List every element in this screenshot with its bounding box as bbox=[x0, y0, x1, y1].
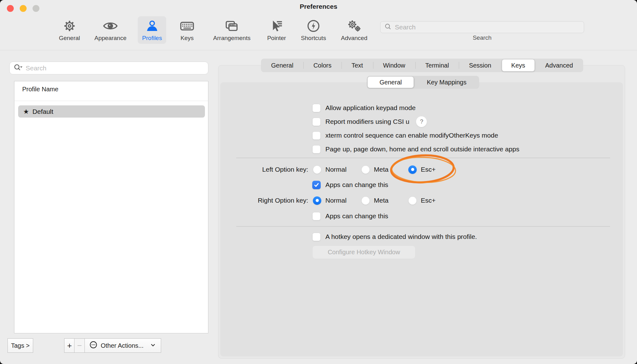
radio-option[interactable]: Esc+ bbox=[408, 165, 436, 174]
checkbox[interactable] bbox=[312, 118, 321, 126]
radio-button[interactable] bbox=[361, 196, 370, 205]
checkbox-row: Page up, page down, home and end scroll … bbox=[312, 145, 519, 154]
radio-label: Esc+ bbox=[421, 166, 436, 173]
configure-hotkey-window-button: Configure Hotkey Window bbox=[312, 245, 415, 259]
toolbar-search-label: Search bbox=[380, 34, 584, 41]
left-option-radio-group: Normal Meta Esc+ bbox=[313, 165, 488, 174]
windows-icon bbox=[224, 19, 239, 33]
profile-tab[interactable]: Terminal bbox=[415, 59, 459, 72]
radio-option[interactable]: Meta bbox=[361, 165, 389, 174]
other-actions-label: Other Actions... bbox=[101, 342, 144, 349]
checkbox[interactable] bbox=[312, 104, 321, 112]
toolbar-label: Profiles bbox=[142, 35, 162, 42]
profile-row-default[interactable]: ★ Default bbox=[18, 105, 205, 118]
left-apps-can-change-row: Apps can change this bbox=[312, 180, 388, 189]
toolbar-label: Shortcuts bbox=[301, 35, 326, 42]
gears-icon bbox=[346, 19, 362, 33]
cursor-icon bbox=[269, 19, 284, 33]
gear-icon bbox=[62, 19, 77, 33]
toolbar-item-advanced[interactable]: Advanced bbox=[337, 16, 372, 44]
radio-option[interactable]: Normal bbox=[313, 196, 347, 205]
radio-option[interactable]: Esc+ bbox=[408, 196, 436, 205]
profile-tab[interactable]: Session bbox=[459, 59, 501, 72]
checkbox-label: Report modifiers using CSI u bbox=[325, 118, 409, 125]
search-icon bbox=[384, 23, 392, 32]
checkbox-label: xterm control sequence can enable modify… bbox=[325, 132, 498, 139]
profile-tab[interactable]: Keys bbox=[502, 59, 534, 71]
checkbox-label: Allow application keypad mode bbox=[325, 104, 415, 112]
divider bbox=[236, 158, 610, 158]
right-option-key-label: Right Option key: bbox=[200, 196, 308, 205]
keys-subtabs: General Key Mappings bbox=[367, 76, 479, 88]
radio-button[interactable] bbox=[408, 165, 417, 174]
toolbar-search-field[interactable]: Search bbox=[380, 21, 584, 33]
radio-label: Meta bbox=[374, 166, 389, 173]
checkbox[interactable] bbox=[312, 212, 321, 220]
keyboard-icon bbox=[179, 19, 195, 33]
radio-option[interactable]: Normal bbox=[313, 165, 347, 174]
profile-tab[interactable]: Advanced bbox=[535, 59, 583, 72]
window-title: Preferences bbox=[0, 2, 637, 11]
toolbar-label: Pointer bbox=[267, 35, 286, 42]
profile-tab[interactable]: Colors bbox=[303, 59, 342, 72]
profile-list-header: Profile Name bbox=[22, 86, 59, 93]
radio-option[interactable]: Meta bbox=[361, 196, 389, 205]
add-profile-button[interactable]: + bbox=[64, 338, 75, 353]
toolbar-item-shortcuts[interactable]: Shortcuts bbox=[297, 16, 330, 44]
divider bbox=[236, 226, 610, 227]
remove-profile-button[interactable]: − bbox=[74, 338, 85, 353]
toolbar-item-keys[interactable]: Keys bbox=[175, 16, 199, 44]
chevron-down-icon bbox=[150, 341, 156, 350]
toolbar-divider bbox=[0, 50, 637, 50]
toolbar-label: General bbox=[59, 35, 80, 42]
left-option-key-label: Left Option key: bbox=[200, 165, 308, 174]
profile-tabs: General Colors Text Window Terminal Sess… bbox=[261, 59, 583, 72]
radio-button[interactable] bbox=[361, 165, 370, 174]
toolbar-label: Arrangements bbox=[213, 35, 250, 42]
checkbox-label: Apps can change this bbox=[325, 181, 388, 189]
toolbar-label: Advanced bbox=[341, 35, 368, 42]
checkbox[interactable] bbox=[312, 181, 321, 189]
keys-subtab[interactable]: Key Mappings bbox=[414, 76, 479, 88]
checkbox-label: Page up, page down, home and end scroll … bbox=[325, 145, 519, 153]
ellipsis-circle-icon bbox=[89, 341, 98, 351]
help-button[interactable]: ? bbox=[416, 116, 427, 127]
radio-button[interactable] bbox=[313, 165, 321, 174]
toolbar-item-pointer[interactable]: Pointer bbox=[263, 16, 290, 44]
checkbox-row: Allow application keypad mode bbox=[312, 104, 519, 112]
radio-label: Esc+ bbox=[421, 197, 436, 204]
toolbar-item-profiles[interactable]: Profiles bbox=[138, 16, 166, 44]
hotkey-row: A hotkey opens a dedicated window with t… bbox=[312, 232, 477, 241]
radio-button[interactable] bbox=[408, 196, 417, 205]
tags-button[interactable]: Tags > bbox=[8, 338, 33, 353]
toolbar-item-appearance[interactable]: Appearance bbox=[90, 16, 131, 44]
eye-icon bbox=[103, 19, 118, 33]
keys-subtab[interactable]: General bbox=[368, 77, 414, 88]
screen: Preferences General Appearance bbox=[0, 0, 637, 364]
profile-tab[interactable]: Text bbox=[341, 59, 373, 72]
radio-label: Normal bbox=[325, 197, 347, 204]
checkbox[interactable] bbox=[312, 145, 321, 154]
toolbar-item-arrangements[interactable]: Arrangements bbox=[209, 16, 255, 44]
radio-button[interactable] bbox=[313, 196, 321, 205]
radio-label: Meta bbox=[374, 197, 389, 204]
profile-tab[interactable]: General bbox=[261, 59, 303, 72]
profile-tab[interactable]: Window bbox=[373, 59, 415, 72]
checkbox[interactable] bbox=[312, 131, 321, 140]
toolbar-search-placeholder: Search bbox=[395, 23, 416, 31]
profile-name: Default bbox=[33, 108, 54, 115]
preferences-window: Preferences General Appearance bbox=[0, 0, 637, 364]
checkbox[interactable] bbox=[312, 233, 321, 241]
bolt-circle-icon bbox=[306, 19, 321, 33]
star-icon: ★ bbox=[23, 108, 29, 115]
divider bbox=[14, 101, 208, 101]
toolbar-item-general[interactable]: General bbox=[54, 16, 84, 44]
other-actions-dropdown[interactable]: Other Actions... bbox=[84, 338, 161, 353]
left-option-key-row: Left Option key: Normal Meta Esc+ bbox=[0, 165, 637, 174]
keys-checkbox-group: Allow application keypad mode Report mod… bbox=[312, 104, 519, 154]
checkbox-label: A hotkey opens a dedicated window with t… bbox=[325, 233, 477, 240]
toolbar-label: Appearance bbox=[94, 35, 126, 42]
profile-search-field[interactable]: Search bbox=[9, 62, 208, 74]
checkbox-label: Apps can change this bbox=[325, 212, 388, 220]
search-menu-icon bbox=[13, 63, 23, 73]
